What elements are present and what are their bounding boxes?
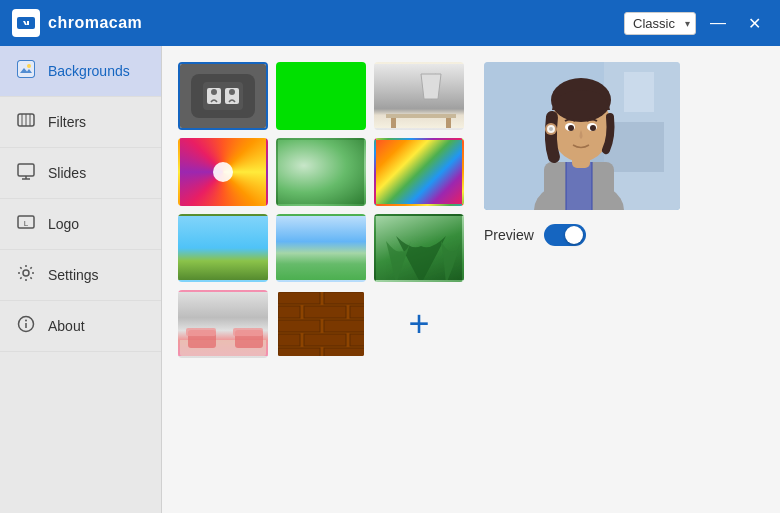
preview-panel: Preview xyxy=(484,62,680,497)
background-tile-nature-green[interactable] xyxy=(276,138,366,206)
titlebar: chromacam Classic Dark Light ▾ — ✕ xyxy=(0,0,780,46)
sidebar-item-filters[interactable]: Filters xyxy=(0,97,161,148)
content-area: + xyxy=(162,46,780,513)
titlebar-controls: Classic Dark Light ▾ — ✕ xyxy=(624,9,768,37)
minimize-button[interactable]: — xyxy=(704,9,732,37)
background-tile-desk[interactable] xyxy=(374,62,464,130)
svg-rect-25 xyxy=(391,118,396,130)
svg-rect-42 xyxy=(350,334,366,346)
app-logo-icon xyxy=(12,9,40,37)
svg-point-60 xyxy=(590,125,596,131)
close-button[interactable]: ✕ xyxy=(740,9,768,37)
settings-icon xyxy=(16,264,36,286)
logo-area: chromacam xyxy=(12,9,142,37)
sidebar-label-about: About xyxy=(48,318,85,334)
svg-rect-36 xyxy=(304,306,346,318)
svg-rect-41 xyxy=(304,334,346,346)
preview-label: Preview xyxy=(484,227,534,243)
sidebar-label-settings: Settings xyxy=(48,267,99,283)
svg-rect-51 xyxy=(566,162,592,210)
theme-select[interactable]: Classic Dark Light xyxy=(624,12,696,35)
svg-rect-31 xyxy=(233,328,263,336)
background-tile-modern-interior[interactable] xyxy=(178,290,268,358)
svg-point-16 xyxy=(25,320,27,322)
preview-toggle[interactable] xyxy=(544,224,586,246)
svg-point-63 xyxy=(549,127,553,131)
sidebar-item-backgrounds[interactable]: Backgrounds xyxy=(0,46,161,97)
background-tile-brick[interactable] xyxy=(276,290,366,358)
backgrounds-icon xyxy=(16,60,36,82)
svg-point-59 xyxy=(568,125,574,131)
preview-label-row: Preview xyxy=(484,224,586,246)
svg-rect-39 xyxy=(324,320,366,332)
background-tile-mountains[interactable] xyxy=(276,214,366,282)
app-title: chromacam xyxy=(48,14,142,32)
svg-rect-44 xyxy=(324,348,366,358)
background-tile-palms-sky[interactable] xyxy=(178,214,268,282)
plus-icon: + xyxy=(408,306,429,342)
svg-point-3 xyxy=(27,64,31,68)
svg-rect-34 xyxy=(324,292,366,304)
svg-point-21 xyxy=(229,89,235,95)
svg-rect-26 xyxy=(446,118,451,130)
sidebar-label-backgrounds: Backgrounds xyxy=(48,63,130,79)
theme-select-wrapper[interactable]: Classic Dark Light ▾ xyxy=(624,12,696,35)
svg-rect-40 xyxy=(278,334,300,346)
filters-icon xyxy=(16,111,36,133)
about-icon xyxy=(16,315,36,337)
backgrounds-grid: + xyxy=(178,62,464,497)
svg-rect-2 xyxy=(18,61,34,77)
svg-rect-33 xyxy=(278,292,320,304)
background-tile-palms-close[interactable] xyxy=(374,214,464,282)
svg-point-13 xyxy=(23,270,29,276)
svg-rect-8 xyxy=(18,164,34,176)
toggle-knob xyxy=(565,226,583,244)
svg-rect-29 xyxy=(186,328,216,336)
logo-nav-icon: L xyxy=(16,213,36,235)
sidebar-label-slides: Slides xyxy=(48,165,86,181)
svg-rect-35 xyxy=(278,306,300,318)
preview-image xyxy=(484,62,680,210)
svg-point-20 xyxy=(211,89,217,95)
background-tile-colorful[interactable] xyxy=(374,138,464,206)
sidebar-label-logo: Logo xyxy=(48,216,79,232)
svg-rect-43 xyxy=(278,348,320,358)
sidebar-item-settings[interactable]: Settings xyxy=(0,250,161,301)
background-tile-green-screen[interactable] xyxy=(276,62,366,130)
svg-rect-37 xyxy=(350,306,366,318)
main-layout: Backgrounds Filters Slides xyxy=(0,46,780,513)
svg-rect-24 xyxy=(386,114,456,118)
sidebar-item-about[interactable]: About xyxy=(0,301,161,352)
background-tile-chromacam-logo[interactable] xyxy=(178,62,268,130)
svg-rect-47 xyxy=(624,72,654,112)
slides-icon xyxy=(16,162,36,184)
sidebar-label-filters: Filters xyxy=(48,114,86,130)
add-background-button[interactable]: + xyxy=(374,290,464,358)
svg-text:L: L xyxy=(24,219,29,228)
sidebar: Backgrounds Filters Slides xyxy=(0,46,162,513)
sidebar-item-slides[interactable]: Slides xyxy=(0,148,161,199)
svg-rect-38 xyxy=(278,320,320,332)
svg-marker-23 xyxy=(421,74,441,99)
background-tile-sunburst[interactable] xyxy=(178,138,268,206)
sidebar-item-logo[interactable]: L Logo xyxy=(0,199,161,250)
